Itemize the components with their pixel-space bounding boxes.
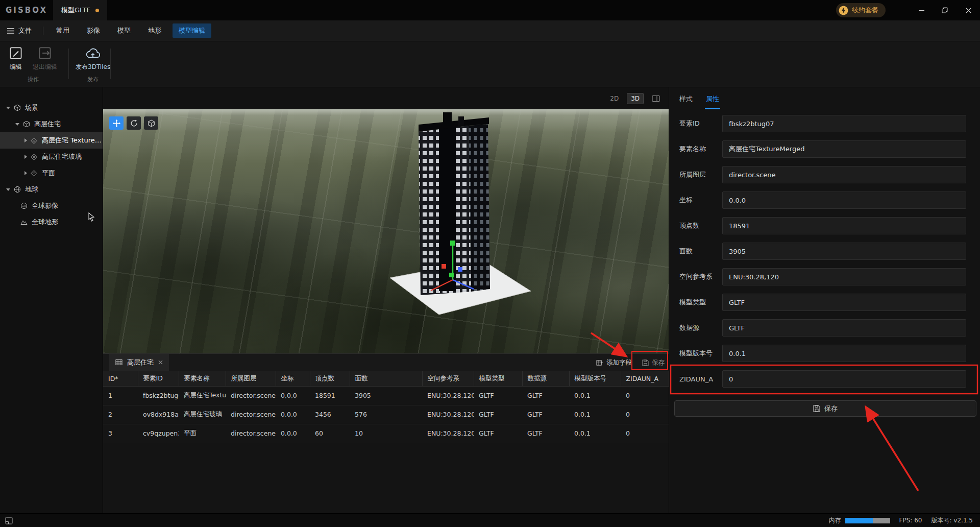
add-field-label: 添加字段 — [606, 358, 632, 367]
unsaved-dot-icon — [95, 9, 99, 12]
menu-item-imagery[interactable]: 影像 — [81, 23, 106, 38]
cloud-upload-icon — [86, 46, 100, 60]
titlebar: GISBOX 模型GLTF 续约套餐 — [0, 0, 980, 20]
menu-item-model-edit[interactable]: 模型编辑 — [173, 23, 211, 38]
feature-id-field[interactable]: fbskz2btug07 — [722, 115, 966, 132]
menubar-divider — [43, 27, 43, 35]
menu-item-terrain[interactable]: 地形 — [142, 23, 167, 38]
menu-item-model[interactable]: 模型 — [111, 23, 137, 38]
close-icon — [966, 8, 971, 13]
menu-file[interactable]: 文件 — [0, 26, 39, 35]
tree-item-global-imagery[interactable]: 全球影像 — [0, 198, 103, 214]
table-row[interactable]: 3 cv9qzupen300 平面 director.scene 0,0,0 6… — [103, 424, 669, 443]
layer-field[interactable]: director.scene — [722, 166, 966, 183]
split-view-icon — [652, 95, 660, 102]
toolbar-group-publish: 发布3DTiles 发布 — [76, 46, 110, 83]
viewport-3d[interactable] — [103, 109, 669, 353]
property-row: 数据源 GLTF — [669, 319, 980, 337]
property-row: 模型版本号 0.0.1 — [669, 345, 980, 362]
app-logo: GISBOX — [0, 6, 53, 15]
coordinates-field[interactable]: 0,0,0 — [722, 191, 966, 209]
column-header: 所属图层 — [226, 371, 276, 386]
tree-item-scene[interactable]: 场景 — [0, 100, 103, 116]
rotate-tool-button[interactable] — [127, 116, 141, 130]
layer-tree-sidebar: 场景 高层住宅 高层住宅 Texture… 高层住宅玻璃 平面 地球 全球影像 … — [0, 87, 103, 513]
cell: 高层住宅玻璃 — [179, 405, 226, 424]
cell: director.scene — [226, 386, 276, 405]
tree-item-highrise-glass[interactable]: 高层住宅玻璃 — [0, 149, 103, 165]
view-2d-button[interactable]: 2D — [606, 93, 622, 104]
chevron-right-icon — [24, 138, 27, 142]
properties-save-button[interactable]: 保存 — [674, 400, 976, 417]
minimize-button[interactable] — [910, 0, 933, 20]
cell: 3456 — [310, 405, 350, 424]
table-row[interactable]: 2 ov8dx918a20v 高层住宅玻璃 director.scene 0,0… — [103, 405, 669, 424]
exit-edit-label: 退出编辑 — [33, 63, 57, 71]
model-icon — [31, 170, 38, 177]
attribute-table-tab-label: 高层住宅 — [127, 358, 154, 367]
column-header: 面数 — [350, 371, 422, 386]
rotate-icon — [130, 119, 138, 127]
attribute-table-tab[interactable]: 高层住宅 — [109, 354, 169, 371]
attribute-table-panel: 高层住宅 添加字段 保存 ID* 要素ID 要素名称 所属图层 坐标 顶点数 — [103, 353, 669, 513]
vertex-count-field[interactable]: 18591 — [722, 217, 966, 234]
view-3d-button[interactable]: 3D — [627, 93, 644, 104]
scale-tool-button[interactable] — [144, 116, 158, 130]
model-type-field[interactable]: GLTF — [722, 294, 966, 311]
table-save-button[interactable]: 保存 — [642, 358, 665, 367]
save-icon — [813, 405, 820, 412]
renew-plan-button[interactable]: 续约套餐 — [836, 3, 886, 17]
tab-attributes[interactable]: 属性 — [706, 94, 719, 109]
move-tool-button[interactable] — [109, 116, 124, 130]
cell: fbskz2btug07 — [138, 386, 179, 405]
tree-item-plane[interactable]: 平面 — [0, 165, 103, 181]
model-version-field[interactable]: 0.0.1 — [722, 345, 966, 362]
cell: 高层住宅Texture — [179, 386, 226, 405]
add-field-button[interactable]: 添加字段 — [596, 358, 632, 367]
building-model — [369, 111, 537, 322]
cell: 18591 — [310, 386, 350, 405]
column-header: 数据源 — [522, 371, 569, 386]
renew-plan-label: 续约套餐 — [852, 6, 878, 15]
view-mode-strip: 2D 3D — [103, 87, 669, 109]
data-source-field[interactable]: GLTF — [722, 319, 966, 337]
mouse-cursor-icon — [87, 212, 96, 222]
zidaun-a-field[interactable]: 0 — [722, 370, 966, 388]
panel-toggle-button[interactable] — [5, 517, 13, 524]
feature-name-field[interactable]: 高层住宅TextureMerged — [722, 140, 966, 158]
console-panel-icon — [5, 517, 13, 524]
tree-item-highrise-texture[interactable]: 高层住宅 Texture… — [0, 132, 103, 149]
property-label: ZIDAUN_A — [679, 375, 713, 383]
hamburger-icon — [7, 28, 14, 34]
chevron-down-icon — [6, 107, 10, 109]
chevron-down-icon — [6, 188, 10, 191]
tree-item-highrise-group[interactable]: 高层住宅 — [0, 116, 103, 132]
face-count-field[interactable]: 3905 — [722, 243, 966, 260]
split-view-button[interactable] — [648, 93, 664, 104]
document-tab[interactable]: 模型GLTF — [53, 0, 107, 20]
table-header-row: ID* 要素ID 要素名称 所属图层 坐标 顶点数 面数 空间参考系 模型类型 … — [103, 371, 669, 386]
scale-icon — [148, 119, 155, 127]
tree-item-label: 高层住宅 Texture… — [42, 136, 102, 145]
maximize-button[interactable] — [933, 0, 957, 20]
table-row[interactable]: 1 fbskz2btug07 高层住宅Texture director.scen… — [103, 386, 669, 405]
publish-3dtiles-button[interactable]: 发布3DTiles — [76, 46, 110, 71]
tab-style[interactable]: 样式 — [679, 94, 693, 109]
menu-item-common[interactable]: 常用 — [50, 23, 76, 38]
tree-item-earth[interactable]: 地球 — [0, 181, 103, 198]
save-icon — [642, 360, 649, 366]
close-button[interactable] — [957, 0, 980, 20]
window-controls — [910, 0, 980, 20]
column-header: 要素名称 — [179, 371, 226, 386]
menu-file-label: 文件 — [18, 26, 32, 35]
close-table-button[interactable] — [158, 360, 163, 365]
scene-icon — [14, 104, 21, 111]
app-window: { "titlebar": { "logo": "GISBOX", "tab_l… — [0, 0, 980, 527]
toolbar-separator — [68, 49, 69, 79]
spatial-reference-field[interactable]: ENU:30.28,120 — [722, 268, 966, 285]
cell: 10 — [350, 424, 422, 443]
toolbar-separator — [110, 49, 111, 79]
edit-button[interactable]: 编辑 — [9, 46, 22, 71]
exit-edit-button[interactable]: 退出编辑 — [33, 46, 57, 71]
cell: 2 — [103, 405, 138, 424]
